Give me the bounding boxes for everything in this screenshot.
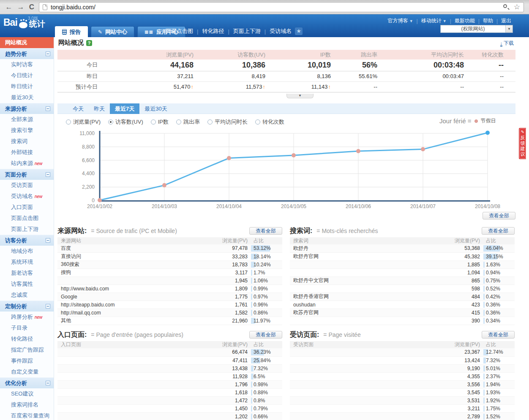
url-text[interactable]: tongji.baidu.com/ — [51, 4, 503, 11]
sidebar-item[interactable]: 地域分布 — [0, 246, 54, 257]
metric-radio[interactable]: 访客数(UV) — [108, 118, 143, 126]
sidebar-item[interactable]: 跨屏分析new — [0, 312, 54, 322]
sidebar-item[interactable]: 页面点击图 — [0, 213, 54, 224]
sidebar-item[interactable]: 转化路径 — [0, 333, 54, 344]
sidebar-item[interactable]: 页面上下游 — [0, 224, 54, 235]
sidebar-section-header[interactable]: 趋势分析− — [0, 48, 54, 59]
sidebar-item[interactable]: 全部来源 — [0, 114, 54, 125]
collapse-icon[interactable]: − — [46, 51, 50, 56]
sidebar-item[interactable]: 受访页面 — [0, 180, 54, 191]
view-all-button[interactable]: 查看全部 — [482, 331, 515, 339]
link-new-features[interactable]: 最新功能 — [455, 17, 475, 24]
sidebar-item[interactable]: 系统环境 — [0, 257, 54, 268]
collapse-icon[interactable]: − — [46, 381, 50, 385]
sidebar-item[interactable]: 指定广告跟踪 — [0, 344, 54, 355]
tab-report[interactable]: 报告 — [55, 26, 88, 37]
link-page-updown[interactable]: 页面上下游 — [233, 27, 261, 35]
forward-icon[interactable]: → — [16, 3, 25, 12]
back-icon[interactable]: ← — [4, 3, 14, 12]
view-all-button[interactable]: 查看全部 — [249, 227, 282, 235]
link-logout[interactable]: 退出 — [501, 17, 511, 24]
collapse-icon[interactable]: − — [46, 106, 50, 111]
radio-icon[interactable] — [108, 119, 113, 125]
svg-text:6,600: 6,600 — [82, 157, 95, 163]
metric-radio[interactable]: 跳出率 — [176, 118, 200, 126]
address-bar[interactable]: tongji.baidu.com/ ☆ — [39, 2, 524, 12]
sidebar-section-header[interactable]: 页面分析− — [0, 169, 54, 180]
sidebar-section-header[interactable]: 来源分析− — [0, 103, 54, 114]
sidebar-item-active[interactable]: 网站概况 — [0, 37, 54, 48]
sidebar-item[interactable]: SEO建议 — [0, 388, 54, 399]
link-help[interactable]: 帮助 — [483, 17, 493, 24]
metric-radio[interactable]: 浏览量(PV) — [66, 118, 101, 126]
sidebar-item[interactable]: 外部链接 — [0, 147, 54, 158]
sidebar-item[interactable]: 最近30天 — [0, 92, 54, 103]
view-all-button[interactable]: 查看全部 — [249, 331, 282, 339]
sidebar-item[interactable]: 事件跟踪 — [0, 355, 54, 366]
search-icon[interactable] — [503, 4, 510, 11]
sidebar-item[interactable]: 搜索词 — [0, 136, 54, 147]
chart-view-all-button[interactable]: 查看全部 — [483, 212, 515, 219]
link-official-blog[interactable]: 官方博客▼ — [388, 17, 413, 24]
sidebar-item[interactable]: 站内来源new — [0, 158, 54, 169]
range-tab[interactable]: 最近7天 — [110, 103, 139, 114]
percent-bar — [251, 286, 252, 292]
range-tab[interactable]: 最近30天 — [139, 103, 172, 114]
row-label — [290, 380, 373, 388]
row-percent: 2.37% — [483, 372, 515, 380]
radio-icon[interactable] — [151, 119, 156, 125]
sidebar-item[interactable]: 入口页面 — [0, 202, 54, 213]
link-visited-domain[interactable]: 受访域名 — [270, 27, 292, 35]
collapse-handle[interactable]: ▼ — [286, 94, 314, 98]
row-pv-value: 45,382 — [397, 252, 483, 260]
range-tab[interactable]: 今天 — [68, 103, 89, 114]
help-icon[interactable]: ? — [86, 40, 92, 46]
sidebar-item[interactable]: 新老访客 — [0, 268, 54, 279]
data-point[interactable] — [485, 131, 490, 135]
radio-icon[interactable] — [255, 119, 260, 125]
link-page-clickmap[interactable]: 页面点击图 — [166, 27, 193, 35]
sidebar-item[interactable]: 昨日统计 — [0, 81, 54, 92]
site-selector-dropdown[interactable]: (权限网站) ▼ — [440, 25, 513, 33]
metric-radio[interactable]: 转化次数 — [255, 118, 284, 126]
sidebar-item[interactable]: 受访域名new — [0, 191, 54, 202]
metric-radio[interactable]: IP数 — [151, 118, 169, 126]
sidebar-item[interactable]: 搜索引擎 — [0, 125, 54, 136]
sidebar-item[interactable]: 实时访客 — [0, 59, 54, 70]
sidebar-item[interactable]: 子目录 — [0, 322, 54, 333]
sidebar-item[interactable]: 自定义变量 — [0, 366, 54, 377]
collapse-icon[interactable]: − — [46, 172, 50, 177]
feedback-tab[interactable]: ✎ 反馈建议 — [519, 128, 526, 159]
sidebar-section-header[interactable]: 优化分析− — [0, 377, 54, 388]
holiday-data-point[interactable] — [162, 183, 166, 187]
holiday-data-point[interactable] — [98, 198, 102, 202]
column-header: 占比 — [483, 341, 515, 348]
holiday-data-point[interactable] — [227, 156, 231, 160]
range-tab[interactable]: 昨天 — [89, 103, 110, 114]
collapse-icon[interactable]: − — [46, 304, 50, 309]
sidebar-section-header[interactable]: 访客分析− — [0, 235, 54, 246]
radio-icon[interactable] — [66, 119, 71, 125]
sidebar-item[interactable]: 百度索引量查询 — [0, 410, 54, 420]
download-link[interactable]: ↓下载 — [500, 40, 514, 47]
sidebar-item[interactable]: 今日统计 — [0, 70, 54, 81]
holiday-data-point[interactable] — [421, 147, 425, 152]
sidebar-item[interactable]: 忠诚度 — [0, 290, 54, 301]
bookmark-star-icon[interactable]: ☆ — [514, 3, 520, 12]
tab-site-center[interactable]: ✎ 网站中心 — [91, 26, 134, 37]
sidebar-section-header[interactable]: 定制分析− — [0, 301, 54, 312]
holiday-data-point[interactable] — [292, 153, 296, 157]
link-conversion-path[interactable]: 转化路径 — [202, 27, 224, 35]
holiday-data-point[interactable] — [356, 149, 360, 153]
radio-icon[interactable] — [207, 119, 213, 125]
sidebar-item[interactable]: 访客属性 — [0, 279, 54, 290]
favorite-star-icon[interactable]: ★ — [295, 27, 303, 35]
collapse-icon[interactable]: − — [46, 238, 50, 243]
link-mobile-stats[interactable]: 移动统计▼ — [421, 17, 447, 24]
reload-icon[interactable]: C — [27, 3, 36, 12]
metric-radio[interactable]: 平均访问时长 — [207, 118, 248, 126]
view-all-button[interactable]: 查看全部 — [482, 227, 515, 235]
sidebar-item[interactable]: 搜索词排名 — [0, 399, 54, 410]
percent-bar — [483, 270, 485, 276]
radio-icon[interactable] — [176, 119, 181, 125]
